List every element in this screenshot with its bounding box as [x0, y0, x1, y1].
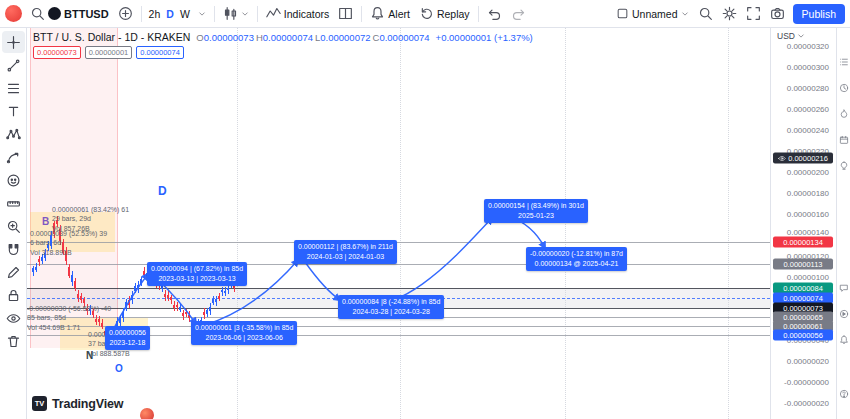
- measure-icon: [6, 196, 21, 211]
- ideas-button[interactable]: [838, 160, 850, 172]
- toolbar-divider: [361, 6, 362, 22]
- text-tool-icon: [6, 104, 21, 119]
- hide-drawings-icon: [6, 311, 21, 326]
- price-tick: 0.00000240: [787, 126, 829, 135]
- notifications-button[interactable]: [838, 334, 850, 346]
- remove-drawings-tool[interactable]: [2, 330, 25, 352]
- chart-area[interactable]: BTT / U. S. Dollar - 1D - KRAKEN O0.0000…: [27, 28, 770, 419]
- hide-drawings-tool[interactable]: [2, 307, 25, 329]
- symbol-search-button[interactable]: BTTUSD: [26, 3, 113, 24]
- layout-select[interactable]: Unnamed: [612, 4, 693, 23]
- wave-letter-d[interactable]: D: [158, 184, 167, 198]
- watchlist-button[interactable]: [838, 56, 850, 68]
- interval-d[interactable]: D: [163, 5, 177, 23]
- projection-label[interactable]: 0.00000094 | (67.82%) in 85d2023-03-13 |…: [147, 262, 247, 286]
- settings-button[interactable]: [718, 3, 741, 24]
- chats-button[interactable]: [838, 282, 850, 294]
- right-sidebar: [836, 28, 850, 419]
- alert-button[interactable]: Alert: [366, 3, 414, 24]
- snapshot-button[interactable]: [766, 3, 789, 24]
- wave-letter-n[interactable]: N: [86, 350, 93, 361]
- trend-line-tool[interactable]: [2, 54, 25, 76]
- ideas-icon: [839, 161, 849, 171]
- xabcd-pattern-tool[interactable]: [2, 123, 25, 145]
- projection-label[interactable]: 0.00000084 |8 (-24.88%) in 85d2024-03-28…: [338, 295, 444, 319]
- drawing-toolbar: [0, 28, 27, 419]
- compare-button[interactable]: [114, 3, 137, 24]
- forecast-tool[interactable]: [2, 146, 25, 168]
- price-box[interactable]: 0.00000001: [85, 46, 133, 59]
- currency-label: USD: [777, 31, 795, 41]
- watchlist-icon: [839, 57, 849, 67]
- emoji-tool[interactable]: [2, 169, 25, 191]
- redo-button[interactable]: [507, 3, 530, 24]
- projection-label[interactable]: 0.00000154 | (83.49%) in 301d2025-01-23: [484, 199, 588, 223]
- chart-type-button[interactable]: [219, 3, 253, 24]
- fib-retracement-tool[interactable]: [2, 77, 25, 99]
- layout-name: Unnamed: [632, 8, 678, 20]
- price-box[interactable]: 0.00000074: [136, 46, 184, 59]
- legend-title[interactable]: BTT / U. S. Dollar - 1D - KRAKEN: [33, 31, 190, 43]
- projection-label[interactable]: -0.00000020 (-12.81%) in 87d0.00000134 @…: [526, 247, 627, 271]
- plus-circle-icon: [118, 6, 133, 21]
- undo-button[interactable]: [483, 3, 506, 24]
- indicators-button[interactable]: Indicators: [262, 3, 334, 24]
- user-avatar[interactable]: [5, 5, 22, 22]
- toolbar-right-group: Unnamed Publish: [612, 3, 845, 24]
- legend-row: BTT / U. S. Dollar - 1D - KRAKEN O0.0000…: [33, 31, 533, 43]
- top-toolbar: BTTUSD 2hDW Indicators Alert Replay Unna…: [0, 0, 850, 28]
- layout-icon: [616, 7, 629, 20]
- range-stats[interactable]: 0.00000039 (52.53%) 396 bars, 6dVol 318.…: [30, 229, 107, 257]
- fullscreen-button[interactable]: [742, 3, 765, 24]
- camera-icon: [770, 6, 785, 21]
- projection-label[interactable]: 0.00000112 | (83.67%) in 211d2024-01-03 …: [294, 240, 397, 264]
- indicators-icon: [266, 6, 281, 21]
- interval-w[interactable]: W: [177, 5, 193, 23]
- streams-button[interactable]: [838, 308, 850, 320]
- wave-letter-b[interactable]: B: [42, 216, 49, 227]
- price-tick: 0.00000200: [787, 168, 829, 177]
- emoji-sticker[interactable]: [140, 408, 154, 419]
- interval-2h[interactable]: 2h: [146, 5, 164, 23]
- chats-icon: [839, 283, 849, 293]
- projection-label[interactable]: 0.000000562023-12-18: [105, 326, 150, 350]
- ohlc-key: H: [256, 32, 263, 43]
- publish-button[interactable]: Publish: [793, 4, 845, 24]
- xabcd-pattern-icon: [6, 127, 21, 142]
- draw-tool[interactable]: [2, 261, 25, 283]
- price-scale[interactable]: USD 0.000003200.000003000.000002800.0000…: [770, 28, 836, 419]
- symbol-name: BTTUSD: [64, 8, 109, 20]
- price-tick: 0.00000100: [787, 273, 829, 282]
- replay-button[interactable]: Replay: [415, 3, 474, 24]
- symbol-logo: [48, 7, 61, 20]
- lock-drawings-tool[interactable]: [2, 284, 25, 306]
- ohlc-value: 0.00000072: [320, 32, 370, 43]
- replay-icon: [419, 6, 434, 21]
- magnet-tool[interactable]: [2, 238, 25, 260]
- projection-label[interactable]: 0.00000061 |3 (-35.58%) in 85d2023-06-06…: [191, 321, 297, 345]
- help-icon: [839, 389, 849, 399]
- chevron-down-icon: [241, 10, 249, 18]
- price-tick: 0.00000180: [787, 189, 829, 198]
- indicator-templates-button[interactable]: [334, 3, 357, 24]
- interval-dropdown[interactable]: [194, 7, 210, 21]
- hotlists-button[interactable]: [838, 108, 850, 120]
- wave-letter-o[interactable]: O: [115, 363, 123, 374]
- hotlists-icon: [839, 109, 849, 119]
- ohlc-value: 0.00000073: [204, 32, 254, 43]
- price-box[interactable]: 0.00000073: [33, 46, 81, 59]
- streams-icon: [839, 309, 849, 319]
- price-label: 0.00000056: [773, 330, 833, 341]
- range-stats[interactable]: -0.00000030 (-56.58%) -4085 bars, 85dVol…: [27, 304, 111, 332]
- text-tool-tool[interactable]: [2, 100, 25, 122]
- zoom-tool[interactable]: [2, 215, 25, 237]
- alerts-button[interactable]: [838, 82, 850, 94]
- alert-label: Alert: [388, 8, 410, 20]
- quick-search-button[interactable]: [694, 3, 717, 24]
- calendar-button[interactable]: [838, 134, 850, 146]
- help-button[interactable]: [838, 388, 850, 400]
- measure-tool[interactable]: [2, 192, 25, 214]
- price-scale-currency[interactable]: USD: [777, 31, 805, 41]
- price-label: 0.00000216: [773, 153, 833, 164]
- crosshair-tool[interactable]: [2, 31, 25, 53]
